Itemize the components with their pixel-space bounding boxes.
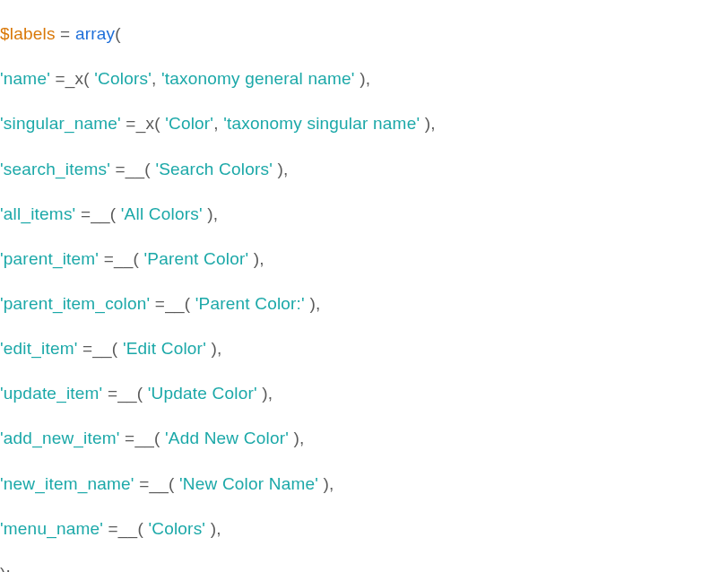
string-value: 'New Color Name' bbox=[179, 474, 318, 493]
comma-token: , bbox=[213, 114, 223, 133]
operator-token: =__( bbox=[103, 519, 148, 538]
code-line: 'add_new_item' =__( 'Add New Color' ), bbox=[0, 427, 728, 449]
string-key: 'new_item_name' bbox=[0, 474, 134, 493]
string-value: 'Colors' bbox=[94, 69, 152, 88]
operator-token: = bbox=[56, 24, 75, 43]
string-key: 'edit_item' bbox=[0, 339, 78, 358]
string-value: 'taxonomy singular name' bbox=[223, 114, 420, 133]
operator-token: =_x( bbox=[121, 114, 165, 133]
close-token: ), bbox=[305, 294, 321, 313]
keyword-token: array bbox=[75, 24, 115, 43]
close-token: ), bbox=[273, 160, 289, 178]
code-line: 'all_items' =__( 'All Colors' ), bbox=[0, 203, 728, 225]
string-value: 'Edit Color' bbox=[123, 339, 206, 358]
operator-token: =__( bbox=[78, 339, 123, 358]
operator-token: =__( bbox=[150, 294, 195, 313]
string-key: 'search_items' bbox=[0, 160, 110, 178]
string-value: 'Parent Color' bbox=[144, 249, 249, 268]
code-line: 'new_item_name' =__( 'New Color Name' ), bbox=[0, 472, 728, 495]
variable-token: $labels bbox=[0, 24, 56, 43]
close-token: ), bbox=[205, 519, 221, 538]
code-line: $labels = array( bbox=[0, 22, 728, 45]
code-line: 'edit_item' =__( 'Edit Color' ), bbox=[0, 337, 728, 360]
code-line: 'menu_name' =__( 'Colors' ), bbox=[0, 517, 728, 540]
string-key: 'update_item' bbox=[0, 384, 102, 403]
operator-token: =__( bbox=[110, 160, 155, 178]
string-value: 'Colors' bbox=[148, 519, 205, 538]
string-value: 'taxonomy general name' bbox=[161, 69, 355, 88]
operator-token: =__( bbox=[102, 384, 147, 403]
operator-token: =_x( bbox=[50, 69, 94, 88]
string-key: 'name' bbox=[0, 69, 50, 88]
operator-token: =__( bbox=[75, 204, 120, 223]
string-value: 'Update Color' bbox=[148, 384, 257, 403]
paren-token: ( bbox=[115, 24, 121, 43]
string-key: 'parent_item_colon' bbox=[0, 294, 150, 313]
code-line: 'update_item' =__( 'Update Color' ), bbox=[0, 382, 728, 404]
code-block: $labels = array( 'name' =_x( 'Colors', '… bbox=[0, 0, 728, 572]
operator-token: =__( bbox=[134, 474, 179, 493]
close-token: ), bbox=[248, 249, 264, 268]
close-token: ), bbox=[203, 204, 219, 223]
operator-token: =__( bbox=[99, 249, 143, 268]
code-line: 'name' =_x( 'Colors', 'taxonomy general … bbox=[0, 67, 728, 90]
close-token: ), bbox=[206, 339, 222, 358]
string-value: 'All Colors' bbox=[121, 204, 203, 223]
string-key: 'singular_name' bbox=[0, 114, 121, 133]
string-key: 'all_items' bbox=[0, 204, 75, 223]
code-line: ); bbox=[0, 562, 728, 572]
close-token: ), bbox=[257, 384, 273, 403]
string-value: 'Add New Color' bbox=[165, 429, 289, 447]
code-line: 'parent_item' =__( 'Parent Color' ), bbox=[0, 247, 728, 270]
string-value: 'Color' bbox=[165, 114, 213, 133]
close-token: ), bbox=[318, 474, 334, 493]
close-token: ), bbox=[355, 69, 371, 88]
close-token: ), bbox=[289, 429, 305, 447]
string-value: 'Parent Color:' bbox=[195, 294, 305, 313]
string-value: 'Search Colors' bbox=[155, 160, 273, 178]
code-line: 'singular_name' =_x( 'Color', 'taxonomy … bbox=[0, 112, 728, 134]
string-key: 'menu_name' bbox=[0, 519, 103, 538]
code-line: 'parent_item_colon' =__( 'Parent Color:'… bbox=[0, 292, 728, 315]
comma-token: , bbox=[152, 69, 161, 88]
string-key: 'add_new_item' bbox=[0, 429, 120, 447]
string-key: 'parent_item' bbox=[0, 249, 99, 268]
code-line: 'search_items' =__( 'Search Colors' ), bbox=[0, 158, 728, 180]
operator-token: =__( bbox=[120, 429, 165, 447]
close-token: ), bbox=[420, 114, 436, 133]
